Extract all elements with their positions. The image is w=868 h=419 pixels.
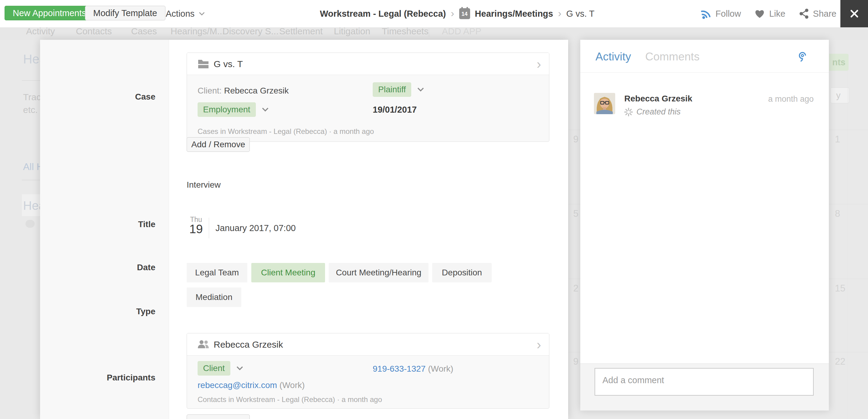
- modify-template-button[interactable]: Modify Template: [85, 6, 165, 20]
- breadcrumb: Workstream - Legal (Rebecca) › 14 Hearin…: [320, 0, 594, 27]
- phone-link[interactable]: 919-633-1327: [373, 364, 426, 373]
- date-field-label: Date: [40, 263, 155, 272]
- dimmed-background-left: Hea Track etc. h All H Hear: [0, 40, 40, 419]
- new-appointments-button[interactable]: New Appointments: [5, 6, 94, 20]
- email-type: (Work): [280, 381, 305, 390]
- bg-calendar-number: 9: [573, 134, 579, 145]
- participant-card-body: Client 919-633-1327 (Work) rebeccag@citr…: [187, 356, 549, 409]
- activity-timestamp: a month ago: [768, 94, 814, 104]
- bg-calendar-number: 22: [835, 356, 845, 367]
- bg-fragment: All H: [23, 161, 40, 173]
- breadcrumb-app-link[interactable]: Hearings/Meetings: [475, 9, 553, 19]
- follow-label: Follow: [716, 9, 741, 19]
- bg-calendar-line: [568, 204, 580, 204]
- participant-email-line: rebeccag@citrix.com (Work): [197, 381, 305, 390]
- client-role-dropdown[interactable]: Client: [197, 361, 243, 376]
- calendar-app-icon: 14: [459, 8, 470, 19]
- folder-icon: [197, 59, 209, 69]
- bg-calendar-line: [829, 279, 868, 279]
- breadcrumb-separator: ›: [558, 7, 561, 19]
- created-starburst-icon: [624, 108, 633, 116]
- case-add-remove-button[interactable]: Add / Remove: [187, 137, 250, 152]
- plaintiff-tag: Plaintiff: [373, 82, 411, 97]
- date-text: January 2017, 07:00: [215, 223, 296, 233]
- close-button[interactable]: [840, 0, 868, 27]
- type-option-mediation[interactable]: Mediation: [187, 288, 241, 307]
- close-icon: [849, 9, 859, 19]
- avatar: [594, 93, 615, 114]
- share-button[interactable]: Share: [799, 8, 836, 19]
- follow-button[interactable]: Follow: [700, 8, 741, 20]
- bg-calendar-number: 1: [835, 134, 840, 145]
- client-name: Rebecca Grzesik: [224, 86, 289, 95]
- case-reference-card: G vs. T › Client: Rebecca Grzesik Plaint…: [187, 53, 549, 142]
- contacts-icon: [197, 340, 210, 349]
- breadcrumb-separator: ›: [451, 7, 454, 19]
- activity-action-text: Created this: [637, 107, 681, 117]
- bg-calendar-number: 5: [573, 208, 579, 219]
- share-label: Share: [813, 9, 836, 19]
- chevron-down-icon: [199, 12, 205, 16]
- employment-tag-dropdown[interactable]: Employment: [197, 102, 269, 117]
- case-date-value: 19/01/2017: [373, 105, 417, 115]
- participant-phone-line: 919-633-1327 (Work): [373, 364, 454, 374]
- title-field-label: Title: [40, 219, 155, 229]
- bg-calendar-line: [829, 130, 868, 130]
- bg-calendar-number: 2: [573, 283, 579, 294]
- bg-fragment: Track: [23, 92, 40, 102]
- participant-name: Rebecca Grzesik: [214, 333, 283, 356]
- type-field-label: Type: [40, 307, 155, 317]
- bg-calendar-line: [568, 130, 580, 130]
- dimmed-background-right: nts y 1 8 15 22: [829, 40, 868, 419]
- employment-tag: Employment: [197, 102, 256, 117]
- top-right-actions: Follow Like Share: [700, 0, 836, 27]
- plaintiff-tag-dropdown[interactable]: Plaintiff: [373, 82, 424, 97]
- dimmed-background-gap: 9 5 2 9: [568, 40, 580, 419]
- bg-divider: [22, 180, 40, 180]
- bg-calendar-line: [568, 279, 580, 279]
- activity-panel: Activity Comments Rebecca Grzesik a mont…: [580, 40, 829, 411]
- bg-fragment: Hear: [23, 199, 40, 213]
- app-tab-bar: Activity Contacts Cases Hearings/M... Di…: [0, 27, 868, 40]
- type-option-deposition[interactable]: Deposition: [432, 263, 492, 282]
- case-card-footer: Cases in Workstream - Legal (Rebecca) · …: [197, 127, 374, 136]
- phone-type: (Work): [428, 364, 453, 373]
- bg-calendar-line: [568, 352, 580, 352]
- appointment-detail-modal: Case Title Date Type Participants G vs. …: [40, 40, 568, 419]
- case-card-header[interactable]: G vs. T ›: [187, 53, 549, 75]
- participant-add-remove-button[interactable]: [187, 414, 250, 419]
- email-link[interactable]: rebeccag@citrix.com: [197, 381, 277, 390]
- comments-tab[interactable]: Comments: [645, 40, 700, 72]
- case-card-body: Client: Rebecca Grzesik Plaintiff Employ…: [187, 75, 549, 142]
- participant-card-header[interactable]: Rebecca Grzesik ›: [187, 333, 549, 356]
- activity-tab[interactable]: Activity: [595, 40, 631, 72]
- bg-calendar-number: 9: [573, 356, 579, 367]
- screen: Hea Track etc. h All H Hear 9 5 2 9 nts …: [0, 0, 868, 419]
- bg-divider: [22, 80, 40, 81]
- chevron-down-icon: [237, 366, 243, 370]
- pin-icon[interactable]: [798, 51, 807, 62]
- actions-menu[interactable]: Actions: [166, 0, 205, 27]
- bg-green-button-fragment: nts: [829, 54, 848, 71]
- heart-icon: [754, 9, 765, 19]
- participants-field-label: Participants: [40, 373, 155, 383]
- bg-fragment: etc. h: [23, 105, 40, 115]
- participant-reference-card: Rebecca Grzesik › Client 919-633-1327 (W…: [187, 333, 549, 409]
- case-client-line: Client: Rebecca Grzesik: [197, 86, 289, 96]
- activity-user-name[interactable]: Rebecca Grzesik: [624, 94, 692, 103]
- breadcrumb-current-item: G vs. T: [566, 9, 594, 19]
- participant-card-footer: Contacts in Workstream - Legal (Rebecca)…: [197, 395, 382, 404]
- bg-calendar-line: [829, 204, 868, 204]
- type-option-court-meeting[interactable]: Court Meeting/Hearing: [329, 263, 429, 282]
- activity-panel-header: Activity Comments: [580, 40, 829, 72]
- comment-input[interactable]: [594, 368, 814, 396]
- chevron-down-icon: [417, 87, 424, 92]
- type-option-legal-team[interactable]: Legal Team: [187, 263, 247, 282]
- breadcrumb-workspace-link[interactable]: Workstream - Legal (Rebecca): [320, 9, 446, 19]
- chevron-down-icon: [262, 108, 269, 112]
- client-label: Client:: [197, 86, 222, 95]
- bg-calendar-number: 15: [835, 283, 845, 294]
- type-option-client-meeting[interactable]: Client Meeting: [251, 263, 325, 282]
- bg-calendar-column-line: [848, 70, 848, 419]
- like-button[interactable]: Like: [754, 9, 785, 19]
